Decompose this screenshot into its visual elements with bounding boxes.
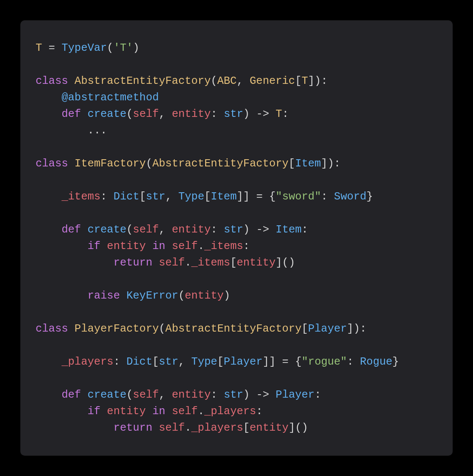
- code-token: in: [152, 405, 165, 418]
- code-token: (: [126, 224, 133, 236]
- code-token: ->: [250, 389, 275, 401]
- code-token: ,: [178, 356, 192, 368]
- code-token: [: [301, 323, 308, 335]
- code-token: return: [114, 257, 153, 269]
- code-token: .: [185, 422, 191, 434]
- code-token: str: [224, 224, 243, 236]
- code-token: raise: [87, 290, 120, 302]
- code-token: entity: [172, 108, 211, 120]
- code-token: (: [211, 75, 217, 87]
- code-token: ,: [159, 108, 172, 120]
- code-token: if: [87, 240, 100, 252]
- code-token: ): [314, 75, 321, 87]
- code-token: ): [328, 158, 334, 170]
- code-token: T: [36, 42, 42, 54]
- code-token: (: [178, 290, 185, 302]
- code-token: (: [107, 42, 113, 54]
- code-token: :: [114, 356, 120, 368]
- code-token: class: [36, 323, 68, 335]
- code-token: :: [100, 191, 107, 203]
- code-token: raise: [87, 455, 120, 456]
- code-token: (: [146, 158, 152, 170]
- code-token: ): [353, 323, 360, 335]
- code-token: create: [87, 389, 126, 401]
- code-token: [: [289, 158, 295, 170]
- code-token: def: [61, 224, 81, 236]
- code-token: ]: [269, 356, 275, 368]
- code-token: Generic: [250, 75, 295, 87]
- code-token: ]: [321, 158, 327, 170]
- code-token: T: [301, 75, 308, 87]
- code-token: [: [230, 257, 236, 269]
- code-token: :: [211, 389, 217, 401]
- code-token: @abstractmethod: [61, 91, 159, 104]
- code-token: _players: [61, 356, 113, 368]
- code-token: :: [256, 405, 262, 418]
- code-token: :: [321, 75, 327, 87]
- code-token: ): [243, 108, 250, 120]
- code-token: ]: [308, 75, 314, 87]
- code-token: ,: [165, 191, 178, 203]
- code-token: return: [114, 422, 153, 434]
- code-token: self: [133, 224, 159, 236]
- code-token: KeyError: [126, 455, 178, 456]
- code-token: entity: [107, 405, 146, 418]
- code-token: (: [159, 323, 165, 335]
- code-token: class: [36, 75, 68, 87]
- code-token: ): [243, 389, 250, 401]
- code-token: entity: [172, 389, 211, 401]
- code-token: =: [275, 356, 295, 368]
- code-token: ItemFactory: [75, 158, 146, 170]
- code-token: self: [159, 422, 185, 434]
- code-token: :: [334, 158, 340, 170]
- code-token: ,: [159, 389, 172, 401]
- code-token: .: [198, 240, 204, 252]
- code-token: PlayerFactory: [75, 323, 159, 335]
- code-token: entity: [236, 257, 275, 269]
- code-token: create: [87, 108, 126, 120]
- code-token: TypeVar: [61, 42, 107, 54]
- code-token: {: [269, 191, 275, 203]
- code-token: [: [217, 356, 224, 368]
- code-token: :: [321, 191, 327, 203]
- code-token: Item: [275, 224, 301, 236]
- code-token: ]: [289, 422, 295, 434]
- code-token: :: [360, 323, 366, 335]
- code-token: ): [243, 224, 250, 236]
- code-token: AbstractEntityFactory: [165, 323, 301, 335]
- code-token: str: [159, 356, 178, 368]
- code-token: KeyError: [126, 290, 178, 302]
- code-token: [: [295, 75, 301, 87]
- code-token: :: [243, 240, 250, 252]
- code-token: ): [289, 257, 295, 269]
- code-token: _players: [204, 405, 256, 418]
- code-block[interactable]: T = TypeVar('T') class AbstractEntityFac…: [20, 20, 453, 456]
- code-token: _players: [191, 422, 243, 434]
- code-token: self: [172, 405, 198, 418]
- code-token: self: [133, 389, 159, 401]
- code-token: ->: [250, 224, 275, 236]
- code-token: create: [87, 224, 126, 236]
- code-token: ->: [250, 108, 275, 120]
- code-token: T: [275, 108, 282, 120]
- code-token: ]: [243, 191, 250, 203]
- code-token: ]: [275, 257, 282, 269]
- code-token: :: [282, 108, 289, 120]
- code-token: }: [392, 356, 399, 368]
- code-token: str: [224, 389, 243, 401]
- code-token: =: [250, 191, 269, 203]
- code-token: =: [42, 42, 61, 54]
- code-token: if: [87, 405, 100, 418]
- code-token: entity: [250, 422, 289, 434]
- code-token: ): [302, 422, 308, 434]
- code-token: ]: [236, 191, 243, 203]
- code-token: ): [224, 290, 230, 302]
- code-token: (: [126, 108, 133, 120]
- code-token: :: [314, 389, 321, 401]
- code-token: _items: [204, 240, 243, 252]
- code-token: ): [224, 455, 230, 456]
- code-token: ]: [263, 356, 269, 368]
- code-token: [: [139, 191, 146, 203]
- code-token: "sword": [275, 191, 321, 203]
- code-token: ]: [347, 323, 353, 335]
